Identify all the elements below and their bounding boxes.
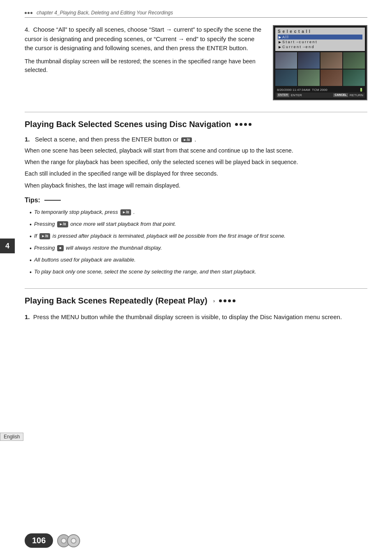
- disc-2: [67, 534, 80, 547]
- thumb-1: [275, 52, 297, 69]
- screen-menu-item-3: ▶ C u r r e n t →e n d: [278, 44, 362, 49]
- section-2-heading-text: Playing Back Scenes Repeatedly (Repeat P…: [25, 296, 208, 306]
- dot-2: [240, 123, 242, 126]
- breadcrumb-dot-2: [28, 12, 30, 14]
- step-1-number: 1.: [25, 136, 30, 143]
- tip-2-text: Pressing ►/II once more will start playb…: [34, 220, 176, 228]
- cancel-key-label: CANCEL: [333, 93, 348, 97]
- step-4-number: 4.: [25, 26, 30, 33]
- thumb-7: [321, 70, 342, 86]
- step-4-section: 4. Choose “All” to specify all scenes, c…: [25, 25, 367, 100]
- screen-menu-item-2-label: S t a r t →c u r r e n t: [282, 40, 317, 44]
- step-4-text: 4. Choose “All” to specify all scenes, c…: [25, 25, 263, 100]
- breadcrumb-dot-3: [30, 12, 32, 14]
- tip-3-bullet: •: [30, 232, 32, 241]
- screen-status: 8/20/2000 11:47:34AM TCM 2000 🔋: [275, 87, 365, 93]
- cancel-text: RETURN: [350, 93, 363, 97]
- step-4-note: The thumbnail display screen will be res…: [25, 57, 263, 74]
- section-2-step-1: 1. Press the MENU button while the thumb…: [25, 312, 367, 322]
- tip-2-bullet: •: [30, 220, 32, 229]
- thumb-4: [343, 52, 365, 69]
- step-4-instruction: 4. Choose “All” to specify all scenes, c…: [25, 25, 263, 53]
- section-2-step-1-body: Press the MENU button while the thumbnai…: [33, 313, 342, 320]
- dot-1: [235, 123, 238, 126]
- play-pause-button: ►/II: [181, 137, 192, 142]
- step-1-text-before: Select a scene, and then press the ENTER…: [35, 136, 178, 143]
- tip-1-bullet: •: [30, 208, 32, 217]
- tips-section: Tips: • To temporarily stop playback, pr…: [25, 197, 367, 277]
- screen-datetime: 8/20/2000 11:47:34AM TCM 2000: [277, 88, 327, 92]
- tips-line: [44, 200, 61, 201]
- tip-1-button: ►/II: [120, 209, 131, 216]
- section-1-dots: [235, 123, 251, 126]
- disc-icon-group: [57, 534, 80, 547]
- tip-5: • All buttons used for playback are avai…: [30, 256, 367, 265]
- section-1-heading-text: Playing Back Selected Scenes using Disc …: [25, 120, 231, 129]
- s2-dot-2: [224, 299, 226, 302]
- tip-5-bullet: •: [30, 256, 32, 265]
- tips-label: Tips:: [25, 197, 40, 204]
- step-1-text-after: .: [194, 136, 196, 143]
- tip-4-text: Pressing ■ will always restore the thumb…: [34, 244, 162, 252]
- step-1-header: 1. Select a scene, and then press the EN…: [25, 136, 367, 143]
- tip-3-button: ►/II: [39, 233, 50, 240]
- screen-menu-item-1-label: A l l: [282, 35, 288, 39]
- tip-2-button: ►/II: [57, 221, 68, 228]
- screen-thumbnails: [275, 52, 365, 86]
- tip-5-text: All buttons used for playback are availa…: [34, 256, 136, 264]
- screen-menu-title: S e l e c t a l l: [278, 29, 362, 34]
- section-divider-2: [25, 288, 367, 289]
- breadcrumb-text: chapter 4_Playing Back, Deleting and Edi…: [37, 10, 173, 16]
- s2-dot-4: [233, 299, 235, 302]
- step-detail-4: When playback finishes, the last image w…: [25, 181, 367, 190]
- tips-header: Tips:: [25, 197, 367, 204]
- tips-list: • To temporarily stop playback, press ►/…: [25, 208, 367, 277]
- tip-3-text: If ►/II is pressed after playback is ter…: [34, 232, 286, 240]
- screen-menu-item-2: ▶ S t a r t →c u r r e n t: [278, 39, 362, 44]
- tip-4-button: ■: [57, 245, 63, 252]
- dot-4: [249, 123, 251, 126]
- step-detail-3: Each still included in the specified ran…: [25, 169, 367, 178]
- screen-image: S e l e c t a l l ▶ A l l ▶ S t a r t →c…: [273, 25, 367, 100]
- thumb-8: [343, 70, 365, 86]
- step-detail-1: When one scene has been selected, playba…: [25, 146, 367, 155]
- screen-menu: S e l e c t a l l ▶ A l l ▶ S t a r t →c…: [275, 28, 365, 51]
- disc-2-inner: [71, 538, 76, 544]
- step-detail-2: When the range for playback has been spe…: [25, 158, 367, 167]
- s2-dot-3: [228, 299, 231, 302]
- tip-1: • To temporarily stop playback, press ►/…: [30, 208, 367, 217]
- thumb-3: [321, 52, 342, 69]
- dot-3: [244, 123, 247, 126]
- screen-enter-bar: ENTER ENTER CANCEL RETURN: [275, 93, 365, 98]
- section-divider-1: [25, 112, 367, 112]
- screen-battery: 🔋: [359, 88, 363, 92]
- section-2-heading: Playing Back Scenes Repeatedly (Repeat P…: [25, 296, 367, 306]
- section-repeat-play: Playing Back Scenes Repeatedly (Repeat P…: [25, 296, 367, 322]
- screen-menu-item-1: ▶ A l l: [278, 35, 362, 39]
- section-2-step-1-number: 1.: [25, 313, 30, 320]
- s2-dot-1: [219, 299, 222, 302]
- section-2-step-1-text: 1. Press the MENU button while the thumb…: [25, 312, 367, 322]
- thumb-5: [275, 70, 297, 86]
- enter-key-label: ENTER: [277, 93, 289, 97]
- section-disc-navigation: Playing Back Selected Scenes using Disc …: [25, 120, 367, 277]
- section-1-heading: Playing Back Selected Scenes using Disc …: [25, 120, 367, 129]
- tip-1-text: To temporarily stop playback, press ►/II…: [34, 208, 135, 216]
- section-1-step-1: 1. Select a scene, and then press the EN…: [25, 136, 367, 190]
- breadcrumb-dot-1: [25, 12, 27, 14]
- thumb-2: [298, 52, 320, 69]
- tip-6-text: To play back only one scene, select the …: [34, 268, 256, 276]
- tip-6: • To play back only one scene, select th…: [30, 268, 367, 277]
- tip-2: • Pressing ►/II once more will start pla…: [30, 220, 367, 229]
- section-2-arrow: ›: [213, 298, 215, 304]
- thumb-6: [298, 70, 320, 86]
- enter-text: ENTER: [291, 93, 302, 97]
- section-2-dots: [219, 299, 235, 302]
- tip-4: • Pressing ■ will always restore the thu…: [30, 244, 367, 253]
- screen-menu-item-3-label: C u r r e n t →e n d: [282, 45, 314, 49]
- disc-1-inner: [61, 538, 67, 544]
- breadcrumb: chapter 4_Playing Back, Deleting and Edi…: [25, 10, 367, 18]
- tip-3: • If ►/II is pressed after playback is t…: [30, 232, 367, 241]
- tip-6-bullet: •: [30, 268, 32, 277]
- page-number: 106: [25, 533, 53, 548]
